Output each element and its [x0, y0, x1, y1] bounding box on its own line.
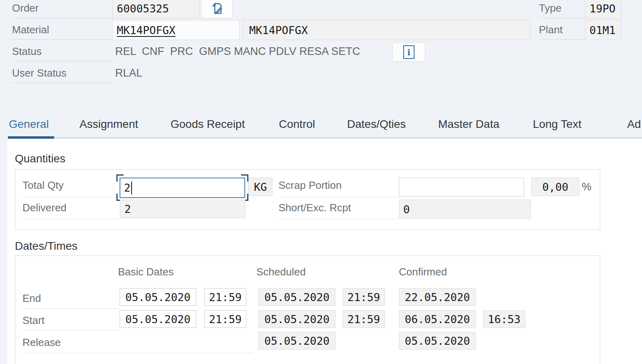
end-confirmed-date-field: 22.05.2020: [399, 288, 476, 306]
user-status-label: User Status: [12, 63, 112, 83]
tab-goods-receipt[interactable]: Goods Receipt: [171, 113, 245, 135]
end-row-label: End: [22, 288, 120, 309]
order-value-field: 60005325: [112, 0, 199, 18]
delivered-label: Delivered: [22, 197, 120, 219]
type-label: Type: [539, 0, 585, 18]
quantities-group-box: Total Qty 2 KG Scrap Portion 0,00 % Deli…: [15, 169, 600, 230]
end-scheduled-time-field: 21:59: [343, 288, 385, 306]
start-basic-date-input[interactable]: 05.05.2020: [120, 310, 196, 328]
scrap-portion-unit-label: %: [582, 178, 591, 196]
tab-strip: General Assignment Goods Receipt Control…: [0, 113, 642, 140]
type-value-field: 19PO: [585, 0, 621, 18]
start-confirmed-date-field: 06.05.2020: [399, 310, 476, 328]
release-scheduled-date-field: 05.05.2020: [258, 332, 335, 350]
scrap-portion-computed-field: 0,00: [531, 178, 579, 196]
delivered-field: 2: [120, 200, 245, 218]
document-edit-icon: [210, 2, 224, 16]
total-qty-unit-field: KG: [248, 178, 272, 196]
order-label: Order: [12, 0, 112, 18]
end-scheduled-date-field: 05.05.2020: [258, 288, 335, 306]
edit-button[interactable]: [201, 0, 233, 18]
end-basic-time-input[interactable]: 21:59: [204, 288, 246, 306]
scrap-portion-label: Scrap Portion: [278, 174, 399, 197]
short-exc-rcpt-label: Short/Exc. Rcpt: [278, 197, 399, 219]
quantities-heading: Quantities: [15, 152, 65, 165]
material-link-field[interactable]: MK14POFGX: [112, 20, 240, 40]
status-value: REL CNF PRC GMPS MANC PDLV RESA SETC: [115, 42, 360, 61]
user-status-value: RLAL: [115, 63, 142, 83]
info-button[interactable]: i: [392, 42, 425, 62]
basic-dates-column-header: Basic Dates: [118, 266, 174, 278]
material-description-field: MK14POFGX: [243, 20, 530, 40]
tab-long-text[interactable]: Long Text: [533, 113, 581, 135]
plant-label: Plant: [539, 20, 585, 40]
start-scheduled-time-field: 21:59: [343, 310, 385, 328]
short-exc-rcpt-field: 0: [399, 200, 531, 219]
dates-times-group-box: Basic Dates Scheduled Confirmed End 05.0…: [15, 255, 600, 364]
start-basic-time-input[interactable]: 21:59: [204, 310, 246, 328]
confirmed-column-header: Confirmed: [399, 266, 447, 278]
tab-master-data[interactable]: Master Data: [438, 113, 500, 135]
tab-dates-qties[interactable]: Dates/Qties: [347, 113, 406, 135]
plant-value-field: 01M1: [585, 20, 621, 40]
scrap-portion-input[interactable]: [399, 178, 524, 197]
total-qty-input[interactable]: 2: [120, 178, 245, 198]
status-label: Status: [12, 42, 112, 61]
info-icon: i: [403, 45, 414, 59]
end-basic-date-input[interactable]: 05.05.2020: [120, 288, 196, 306]
material-label: Material: [12, 20, 112, 40]
tab-assignment[interactable]: Assignment: [79, 113, 138, 135]
release-row-label: Release: [22, 332, 253, 353]
text-cursor: [131, 182, 132, 194]
start-row-label: Start: [22, 310, 120, 331]
tab-administration[interactable]: Ad: [627, 113, 641, 135]
material-link[interactable]: MK14POFGX: [117, 24, 175, 36]
release-confirmed-date-field: 05.05.2020: [399, 332, 476, 350]
total-qty-label: Total Qty: [22, 174, 120, 197]
tab-general[interactable]: General: [9, 113, 49, 135]
start-scheduled-date-field: 05.05.2020: [258, 310, 335, 328]
start-confirmed-time-field: 16:53: [483, 310, 525, 328]
tab-control[interactable]: Control: [279, 113, 315, 135]
dates-times-heading: Dates/Times: [15, 240, 77, 253]
scheduled-column-header: Scheduled: [256, 266, 306, 278]
